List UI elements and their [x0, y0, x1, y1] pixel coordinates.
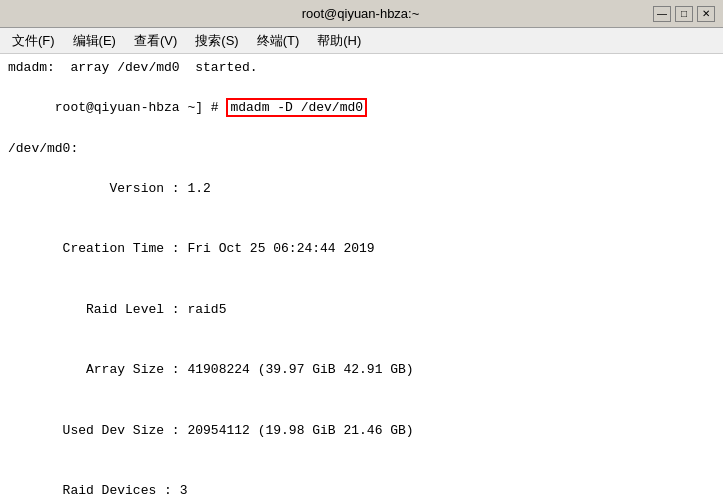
- raid-devices-label: Raid Devices: [55, 483, 156, 498]
- array-size-value: : 41908224 (39.97 GiB 42.91 GB): [164, 362, 414, 377]
- array-size-line: Array Size : 41908224 (39.97 GiB 42.91 G…: [8, 340, 715, 400]
- used-dev-line: Used Dev Size : 20954112 (19.98 GiB 21.4…: [8, 400, 715, 460]
- prompt-text: root@qiyuan-hbza ~] #: [55, 100, 227, 115]
- started-line: mdadm: array /dev/md0 started.: [8, 58, 715, 78]
- raid-devices-line: Raid Devices : 3: [8, 461, 715, 503]
- used-dev-value: : 20954112 (19.98 GiB 21.46 GB): [164, 423, 414, 438]
- used-dev-label: Used Dev Size: [55, 423, 164, 438]
- maximize-button[interactable]: □: [675, 6, 693, 22]
- minimize-button[interactable]: —: [653, 6, 671, 22]
- title-bar: root@qiyuan-hbza:~ — □ ✕: [0, 0, 723, 28]
- prompt-line: root@qiyuan-hbza ~] # mdadm -D /dev/md0: [8, 78, 715, 138]
- menu-help[interactable]: 帮助(H): [309, 30, 369, 52]
- menu-edit[interactable]: 编辑(E): [65, 30, 124, 52]
- menu-file[interactable]: 文件(F): [4, 30, 63, 52]
- version-value: : 1.2: [164, 181, 211, 196]
- device-label-line: /dev/md0:: [8, 139, 715, 159]
- window-controls: — □ ✕: [653, 6, 715, 22]
- creation-value: : Fri Oct 25 06:24:44 2019: [164, 241, 375, 256]
- version-label: Version: [55, 181, 164, 196]
- creation-line: Creation Time : Fri Oct 25 06:24:44 2019: [8, 219, 715, 279]
- array-size-label: Array Size: [55, 362, 164, 377]
- close-button[interactable]: ✕: [697, 6, 715, 22]
- menu-search[interactable]: 搜索(S): [187, 30, 246, 52]
- terminal-window: root@qiyuan-hbza:~ — □ ✕ 文件(F) 编辑(E) 查看(…: [0, 0, 723, 503]
- raid-devices-value: : 3: [156, 483, 187, 498]
- version-line: Version : 1.2: [8, 159, 715, 219]
- raid-level-value: : raid5: [164, 302, 226, 317]
- menu-view[interactable]: 查看(V): [126, 30, 185, 52]
- window-title: root@qiyuan-hbza:~: [68, 6, 653, 21]
- menu-terminal[interactable]: 终端(T): [249, 30, 308, 52]
- raid-level-label: Raid Level: [55, 302, 164, 317]
- raid-level-line: Raid Level : raid5: [8, 280, 715, 340]
- menubar: 文件(F) 编辑(E) 查看(V) 搜索(S) 终端(T) 帮助(H): [0, 28, 723, 54]
- creation-label: Creation Time: [55, 241, 164, 256]
- terminal-content[interactable]: mdadm: array /dev/md0 started. root@qiyu…: [0, 54, 723, 503]
- command-box: mdadm -D /dev/md0: [226, 98, 367, 117]
